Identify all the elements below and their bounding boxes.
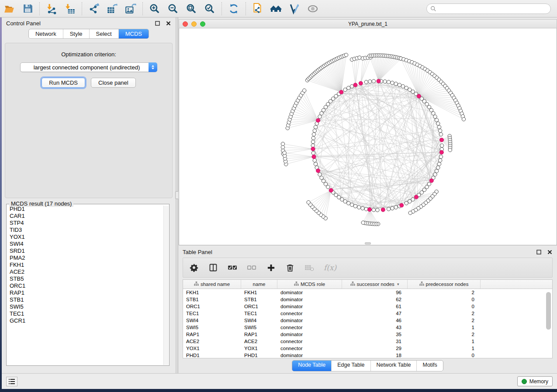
global-search[interactable] xyxy=(426,3,551,14)
table-row[interactable]: YOX1YOX1connector291 xyxy=(183,345,552,352)
tab-select[interactable]: Select xyxy=(89,29,118,38)
table-toolbar: f(x) xyxy=(183,258,553,278)
columns-icon[interactable] xyxy=(208,263,218,272)
result-list-item[interactable]: ORC1 xyxy=(7,282,163,289)
table-row[interactable]: SWI4SWI4dominator462 xyxy=(183,317,552,324)
table-scrollbar-thumb[interactable] xyxy=(546,292,551,330)
sitemap-icon xyxy=(194,282,199,287)
open-file-icon[interactable] xyxy=(3,3,16,15)
network-canvas[interactable] xyxy=(179,28,557,245)
result-list-item[interactable]: ACE2 xyxy=(7,268,163,275)
float-panel-icon[interactable] xyxy=(155,21,160,26)
table-cell: connector xyxy=(277,310,342,317)
task-history-button[interactable] xyxy=(6,377,17,386)
network-window-titlebar[interactable]: YPA_prune.txt_1 xyxy=(179,19,557,28)
node-table[interactable]: shared namenameMCDS rolesuccessor nodes▾… xyxy=(183,279,553,358)
result-scrollbar[interactable] xyxy=(163,206,169,365)
table-row[interactable]: RAP1RAP1dominator352 xyxy=(183,331,552,338)
close-table-panel-icon[interactable] xyxy=(547,249,553,255)
delete-icon[interactable] xyxy=(285,263,295,272)
table-scrollbar[interactable] xyxy=(546,291,551,358)
home-pair-icon[interactable] xyxy=(270,3,283,15)
zoom-selected-icon[interactable] xyxy=(203,3,216,15)
vizmapper-icon[interactable] xyxy=(288,3,301,15)
table-row[interactable]: PHD1PHD1dominator180 xyxy=(183,352,552,358)
result-list-item[interactable]: SWI4 xyxy=(7,241,163,248)
import-table-icon[interactable] xyxy=(63,3,76,15)
table-cell: 2 xyxy=(408,289,481,296)
table-cell: YOX1 xyxy=(241,345,277,352)
table-cell: 61 xyxy=(342,303,408,310)
refresh-layout-icon[interactable] xyxy=(227,3,240,15)
eye-icon[interactable] xyxy=(306,3,319,15)
table-cell: TEC1 xyxy=(241,310,277,317)
export-table-icon[interactable] xyxy=(106,3,119,15)
table-row[interactable]: ORC1ORC1dominator610 xyxy=(183,303,552,310)
memory-button[interactable]: Memory xyxy=(517,376,553,386)
network-file-icon[interactable] xyxy=(251,3,264,15)
tab-style[interactable]: Style xyxy=(63,29,89,38)
dominator-nodes[interactable] xyxy=(311,79,444,212)
tab-network[interactable]: Network xyxy=(29,29,63,38)
criterion-dropdown[interactable]: largest connected component (undirected) xyxy=(20,62,157,72)
table-row[interactable]: STB1STB1dominator620 xyxy=(183,296,552,303)
result-list-item[interactable]: STB5 xyxy=(7,275,163,282)
result-list-item[interactable]: STB1 xyxy=(7,296,163,303)
toolbar-separator xyxy=(221,2,222,15)
column-header-predecessor-nodes[interactable]: predecessor nodes xyxy=(408,280,481,289)
tab-edge-table[interactable]: Edge Table xyxy=(331,361,370,371)
result-list-item[interactable]: GCR1 xyxy=(7,317,163,324)
result-list-item[interactable]: YOX1 xyxy=(7,234,163,241)
table-row[interactable]: SWI5SWI5connector431 xyxy=(183,324,552,331)
close-panel-button[interactable]: Close panel xyxy=(91,78,136,88)
result-list-item[interactable]: RAP1 xyxy=(7,289,163,296)
select-all-icon[interactable] xyxy=(228,263,237,272)
run-mcds-button[interactable]: Run MCDS xyxy=(42,78,85,88)
result-list-item[interactable]: TID3 xyxy=(7,227,163,234)
table-cell: ACE2 xyxy=(241,338,277,345)
table-cell: TEC1 xyxy=(183,310,241,317)
tab-motifs[interactable]: Motifs xyxy=(416,361,443,371)
column-header-shared-name[interactable]: shared name xyxy=(183,280,241,289)
export-image-icon[interactable] xyxy=(124,3,137,15)
table-cell: 46 xyxy=(342,317,408,324)
tab-network-table[interactable]: Network Table xyxy=(370,361,417,371)
column-header-name[interactable]: name xyxy=(241,280,277,289)
zoom-fit-icon[interactable] xyxy=(185,3,198,15)
column-header-MCDS-role[interactable]: MCDS role xyxy=(277,280,342,289)
network-graph[interactable] xyxy=(179,28,557,245)
result-list-item[interactable]: PHD1 xyxy=(7,206,163,213)
column-header-successor-nodes[interactable]: successor nodes▾ xyxy=(342,280,408,289)
list-icon xyxy=(9,379,15,384)
result-list-item[interactable]: FKH1 xyxy=(7,261,163,268)
tab-node-table[interactable]: Node Table xyxy=(292,361,331,371)
result-list-item[interactable]: CAR1 xyxy=(7,213,163,220)
result-list-item[interactable]: SWI5 xyxy=(7,303,163,310)
export-network-icon[interactable] xyxy=(87,3,100,15)
result-list-item[interactable]: SRD1 xyxy=(7,248,163,254)
table-row[interactable]: TEC1TEC1connector472 xyxy=(183,310,552,317)
close-panel-icon[interactable] xyxy=(166,21,171,26)
mcds-result-list[interactable]: PHD1CAR1STP4TID3YOX1SWI4SRD1PMA2FKH1ACE2… xyxy=(7,206,163,365)
result-list-item[interactable]: TEC1 xyxy=(7,310,163,317)
table-row[interactable]: FKH1FKH1dominator962 xyxy=(183,289,552,296)
zoom-out-icon[interactable] xyxy=(166,3,180,15)
search-input[interactable] xyxy=(438,5,550,13)
table-cell: connector xyxy=(277,324,342,331)
optimization-criterion-label: Optimization criterion: xyxy=(5,51,172,58)
canvas-splitter-handle[interactable] xyxy=(365,242,371,244)
import-network-icon[interactable] xyxy=(45,3,58,15)
result-list-item[interactable]: STP4 xyxy=(7,220,163,227)
gear-icon[interactable] xyxy=(189,263,199,272)
zoom-in-icon[interactable] xyxy=(148,3,161,15)
tab-mcds[interactable]: MCDS xyxy=(118,29,149,38)
deselect-all-icon[interactable] xyxy=(247,263,256,272)
save-session-icon[interactable] xyxy=(21,3,34,15)
result-list-item[interactable]: PMA2 xyxy=(7,254,163,261)
add-column-icon[interactable] xyxy=(266,263,276,272)
table-cell: ACE2 xyxy=(183,338,241,345)
table-row[interactable]: ACE2ACE2connector311 xyxy=(183,338,552,345)
float-table-panel-icon[interactable] xyxy=(536,249,542,255)
network-area: YPA_prune.txt_1 Table Panel xyxy=(178,17,557,373)
table-cell: connector xyxy=(277,338,342,345)
